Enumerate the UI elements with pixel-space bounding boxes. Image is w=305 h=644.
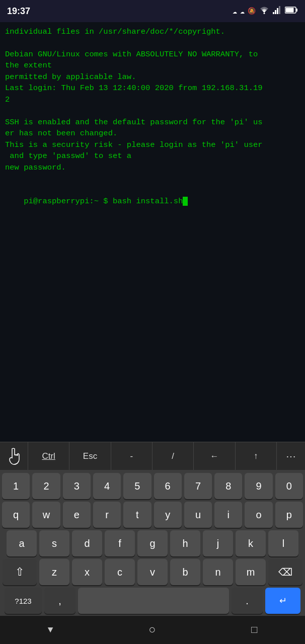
dash-label: - — [130, 451, 133, 461]
key-5[interactable]: 5 — [123, 473, 151, 499]
key-4[interactable]: 4 — [93, 473, 121, 499]
key-n[interactable]: n — [203, 559, 233, 585]
key-h[interactable]: h — [170, 530, 200, 556]
key-w[interactable]: w — [32, 502, 60, 528]
status-icons: ☁ ☁ 🔕 — [233, 6, 298, 17]
key-2[interactable]: 2 — [32, 473, 60, 499]
status-bar: 19:37 ☁ ☁ 🔕 — [0, 0, 305, 22]
key-s[interactable]: s — [39, 530, 69, 556]
asdf-row: a s d f g h j k l — [2, 530, 303, 556]
key-d[interactable]: d — [72, 530, 102, 556]
home-button[interactable]: ○ — [138, 618, 166, 642]
term-prompt: pi@raspberrypi:~ $ — [24, 197, 113, 206]
key-6[interactable]: 6 — [154, 473, 182, 499]
term-cursor — [183, 197, 188, 206]
term-line-2: Debian GNU/Linux comes with ABSOLUTELY N… — [5, 49, 300, 83]
wifi-icon — [259, 6, 270, 17]
key-u[interactable]: u — [184, 502, 212, 528]
svg-point-0 — [264, 13, 265, 14]
key-z[interactable]: z — [39, 559, 69, 585]
key-m[interactable]: m — [236, 559, 266, 585]
back-button[interactable]: ▼ — [38, 620, 63, 640]
svg-rect-6 — [296, 9, 297, 12]
key-t[interactable]: t — [123, 502, 151, 528]
enter-key[interactable]: ↵ — [265, 588, 300, 614]
key-a[interactable]: a — [7, 530, 37, 556]
ctrl-label: Ctrl — [42, 451, 55, 461]
svg-rect-4 — [279, 6, 280, 14]
number-row: 1 2 3 4 5 6 7 8 9 0 — [2, 473, 303, 499]
space-key[interactable] — [78, 588, 229, 614]
zxcv-row: ⇧ z x c v b n m ⌫ — [2, 559, 303, 585]
key-8[interactable]: 8 — [214, 473, 242, 499]
key-j[interactable]: j — [203, 530, 233, 556]
key-f[interactable]: f — [105, 530, 135, 556]
term-line-5: This is a security risk - please login a… — [5, 139, 300, 173]
qwerty-row: q w e r t y u i o p — [2, 502, 303, 528]
slash-button[interactable]: / — [152, 442, 194, 470]
period-key[interactable]: . — [232, 588, 263, 614]
esc-label: Esc — [83, 451, 97, 461]
dash-button[interactable]: - — [111, 442, 152, 470]
ctrl-button[interactable]: Ctrl — [28, 442, 69, 470]
key-g[interactable]: g — [137, 530, 168, 556]
touch-button[interactable] — [0, 442, 28, 470]
signal-icon — [273, 6, 282, 17]
key-3[interactable]: 3 — [63, 473, 91, 499]
term-line-blank3 — [5, 173, 300, 184]
key-p[interactable]: p — [275, 502, 303, 528]
key-x[interactable]: x — [72, 559, 102, 585]
key-q[interactable]: q — [2, 502, 30, 528]
svg-rect-7 — [286, 8, 294, 12]
more-button[interactable]: ⋯ — [277, 442, 305, 470]
shift-key[interactable]: ⇧ — [3, 559, 37, 585]
key-1[interactable]: 1 — [2, 473, 30, 499]
status-time: 19:37 — [7, 6, 30, 17]
nav-bar: ▼ ○ □ — [0, 616, 305, 644]
symbols-key[interactable]: ?123 — [5, 588, 42, 614]
key-b[interactable]: b — [170, 559, 200, 585]
bottom-row: ?123 , . ↵ — [2, 588, 303, 614]
key-o[interactable]: o — [245, 502, 272, 528]
key-c[interactable]: c — [105, 559, 135, 585]
battery-icon — [285, 7, 298, 16]
slash-label: / — [172, 451, 174, 461]
special-bar: Ctrl Esc - / ← ↑ ⋯ — [0, 442, 305, 470]
left-arrow-button[interactable]: ← — [194, 442, 235, 470]
key-r[interactable]: r — [93, 502, 121, 528]
key-l[interactable]: l — [268, 530, 298, 556]
terminal[interactable]: individual files in /usr/share/doc/*/cop… — [0, 22, 305, 442]
esc-button[interactable]: Esc — [69, 442, 111, 470]
backspace-key[interactable]: ⌫ — [268, 559, 302, 585]
key-v[interactable]: v — [137, 559, 168, 585]
mute-icon: 🔕 — [248, 7, 256, 15]
comma-key[interactable]: , — [44, 588, 75, 614]
svg-rect-3 — [277, 8, 278, 14]
term-prompt-line: pi@raspberrypi:~ $ bash install.sh — [5, 185, 300, 218]
key-i[interactable]: i — [214, 502, 242, 528]
up-arrow-button[interactable]: ↑ — [236, 442, 277, 470]
key-7[interactable]: 7 — [184, 473, 212, 499]
key-9[interactable]: 9 — [245, 473, 272, 499]
svg-rect-1 — [273, 12, 274, 14]
term-line-blank2 — [5, 105, 300, 116]
keyboard: 1 2 3 4 5 6 7 8 9 0 q w e r t y u i o p … — [0, 470, 305, 616]
key-0[interactable]: 0 — [275, 473, 303, 499]
key-k[interactable]: k — [236, 530, 266, 556]
term-command: bash install.sh — [113, 197, 183, 206]
up-arrow-icon: ↑ — [254, 451, 258, 461]
key-e[interactable]: e — [63, 502, 91, 528]
term-line-3: Last login: Thu Feb 13 12:40:00 2020 fro… — [5, 83, 300, 105]
term-line-4: SSH is enabled and the default password … — [5, 117, 300, 139]
cloud-icon-1: ☁ — [233, 7, 237, 16]
key-y[interactable]: y — [154, 502, 182, 528]
term-line-blank1 — [5, 37, 300, 48]
recents-button[interactable]: □ — [241, 619, 267, 641]
svg-rect-2 — [275, 10, 276, 14]
more-icon: ⋯ — [286, 450, 296, 462]
term-line-1: individual files in /usr/share/doc/*/cop… — [5, 26, 300, 37]
left-arrow-icon: ← — [210, 451, 218, 461]
cloud-icon-2: ☁ — [240, 7, 245, 16]
